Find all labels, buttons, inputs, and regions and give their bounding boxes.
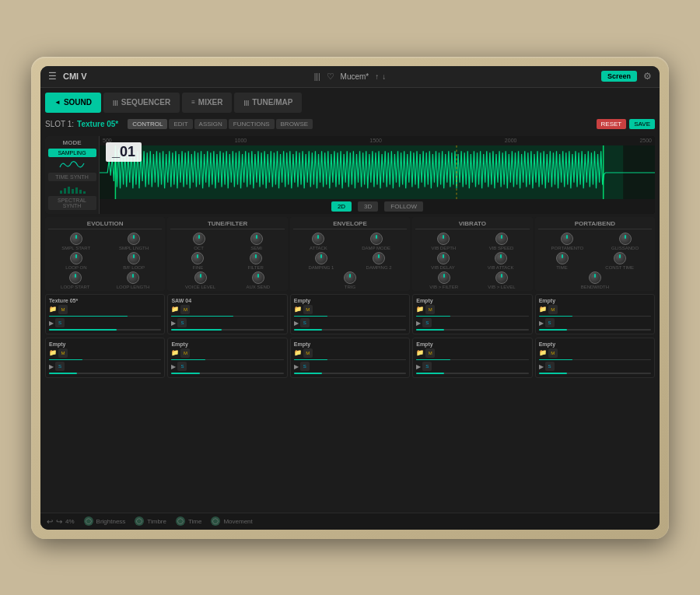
waveform-btn-follow[interactable]: FOLLOW	[384, 201, 423, 212]
knob-filter-knob[interactable]	[250, 252, 262, 264]
mute-btn-3[interactable]: M	[425, 305, 435, 314]
mute-btn-1[interactable]: M	[180, 305, 190, 314]
knob-glissando-knob[interactable]	[619, 233, 632, 245]
knob-oct-knob[interactable]	[193, 233, 205, 245]
mute-btn-9[interactable]: M	[548, 348, 558, 358]
play-icon-2[interactable]: ▶	[294, 320, 299, 327]
slot-btn-assign[interactable]: ASSIGN	[194, 119, 227, 129]
undo-icon[interactable]: ↩	[47, 517, 53, 526]
mute-btn-8[interactable]: M	[425, 348, 435, 358]
s-slider-3[interactable]	[416, 329, 528, 331]
mute-btn-6[interactable]: M	[180, 348, 190, 358]
m-slider-4[interactable]	[539, 316, 651, 317]
slot-btn-edit[interactable]: EDIT	[169, 119, 192, 129]
folder-icon-2[interactable]: 📁	[294, 306, 302, 313]
tab-sequencer[interactable]: ||| SEQUENCER	[103, 93, 180, 113]
mute-btn-2[interactable]: M	[303, 305, 313, 314]
folder-icon-9[interactable]: 📁	[539, 349, 547, 356]
down-arrow[interactable]: ↓	[382, 72, 386, 81]
mode-btn-spectralsynth[interactable]: SPECTRAL SYNTH	[48, 196, 96, 210]
tab-sound[interactable]: ◄ SOUND	[45, 93, 101, 113]
folder-icon-8[interactable]: 📁	[416, 349, 424, 356]
play-icon-7[interactable]: ▶	[294, 363, 299, 370]
solo-btn-1[interactable]: S	[177, 318, 187, 327]
folder-icon-3[interactable]: 📁	[416, 306, 424, 313]
knob-smpl-lngth-knob[interactable]	[128, 233, 140, 245]
knob-loop-start-knob[interactable]	[69, 271, 82, 284]
mute-btn-7[interactable]: M	[303, 348, 313, 358]
play-icon-1[interactable]: ▶	[171, 320, 176, 327]
tab-tunemap[interactable]: ||| TUNE/MAP	[234, 93, 302, 113]
slot-btn-functions[interactable]: FUNCTIONS	[229, 119, 275, 129]
folder-icon-7[interactable]: 📁	[294, 349, 302, 356]
s-slider-5[interactable]	[49, 373, 161, 374]
s-slider-1[interactable]	[171, 329, 283, 331]
mode-btn-sampling[interactable]: SAMPLING	[48, 149, 96, 157]
solo-btn-5[interactable]: S	[55, 362, 65, 371]
m-slider-9[interactable]	[539, 359, 651, 361]
m-slider-3[interactable]	[416, 316, 528, 317]
knob-damping1-knob[interactable]	[315, 252, 327, 264]
s-slider-4[interactable]	[539, 329, 651, 331]
solo-btn-2[interactable]: S	[300, 318, 310, 327]
knob-voice-level-knob[interactable]	[194, 271, 207, 284]
movement-icon[interactable]: ◯	[211, 516, 220, 526]
time-icon[interactable]: ◯	[176, 516, 185, 526]
play-icon-0[interactable]: ▶	[49, 320, 54, 327]
knob-vib-speed-knob[interactable]	[495, 233, 508, 245]
s-slider-9[interactable]	[539, 373, 651, 374]
knob-damp-mode-knob[interactable]	[370, 233, 383, 245]
knob-time-knob[interactable]	[556, 252, 569, 264]
knob-vib-delay-knob[interactable]	[437, 252, 450, 264]
slot-btn-save[interactable]: SAVE	[629, 119, 655, 129]
solo-btn-9[interactable]: S	[545, 362, 555, 371]
solo-btn-3[interactable]: S	[422, 318, 432, 327]
redo-icon[interactable]: ↪	[56, 517, 62, 526]
play-icon-5[interactable]: ▶	[49, 363, 54, 370]
solo-btn-6[interactable]: S	[177, 362, 187, 371]
waveform-btn-3d[interactable]: 3D	[358, 201, 378, 212]
mute-btn-0[interactable]: M	[58, 305, 68, 314]
heart-icon[interactable]: ♡	[327, 72, 334, 82]
knob-vib-level-knob[interactable]	[495, 271, 508, 284]
library-icon[interactable]: |||	[314, 72, 320, 81]
s-slider-0[interactable]	[49, 329, 161, 331]
screen-button[interactable]: Screen	[601, 71, 637, 82]
knob-vib-filter-knob[interactable]	[438, 271, 450, 284]
gear-icon[interactable]: ⚙	[643, 71, 652, 82]
play-icon-3[interactable]: ▶	[416, 320, 421, 327]
knob-bendwidth-knob[interactable]	[589, 271, 601, 284]
play-icon-9[interactable]: ▶	[539, 363, 544, 370]
m-slider-2[interactable]	[294, 316, 406, 317]
up-arrow[interactable]: ↑	[375, 72, 379, 81]
menu-icon[interactable]: ☰	[48, 71, 57, 82]
waveform-btn-2d[interactable]: 2D	[331, 201, 352, 212]
knob-vib-attack-knob[interactable]	[495, 252, 507, 264]
knob-fine-knob[interactable]	[191, 252, 204, 264]
m-slider-8[interactable]	[416, 359, 528, 361]
s-slider-2[interactable]	[294, 329, 406, 331]
slot-btn-reset[interactable]: RESET	[597, 119, 627, 129]
knob-trig-knob[interactable]	[344, 271, 356, 284]
knob-semi-knob[interactable]	[250, 233, 263, 245]
s-slider-8[interactable]	[416, 373, 528, 374]
brightness-icon[interactable]: ◯	[84, 516, 93, 526]
folder-icon-0[interactable]: 📁	[49, 306, 57, 313]
play-icon-8[interactable]: ▶	[416, 363, 421, 370]
m-slider-7[interactable]	[294, 359, 406, 361]
folder-icon-5[interactable]: 📁	[49, 349, 57, 356]
play-icon-4[interactable]: ▶	[539, 320, 544, 327]
m-slider-0[interactable]	[49, 316, 161, 317]
knob-aux-send-knob[interactable]	[252, 271, 264, 284]
knob-vib-depth-knob[interactable]	[437, 233, 450, 245]
mute-btn-4[interactable]: M	[548, 305, 558, 314]
knob-loop-length-knob[interactable]	[127, 271, 139, 284]
s-slider-6[interactable]	[171, 373, 283, 374]
m-slider-1[interactable]	[171, 316, 283, 317]
mute-btn-5[interactable]: M	[58, 348, 68, 358]
knob-damping2-knob[interactable]	[373, 252, 385, 264]
slot-btn-control[interactable]: CONTROL	[128, 119, 167, 129]
timbre-icon[interactable]: ◯	[135, 516, 144, 526]
knob-loop-on-knob[interactable]	[70, 252, 82, 264]
knob-const-time-knob[interactable]	[614, 252, 626, 264]
